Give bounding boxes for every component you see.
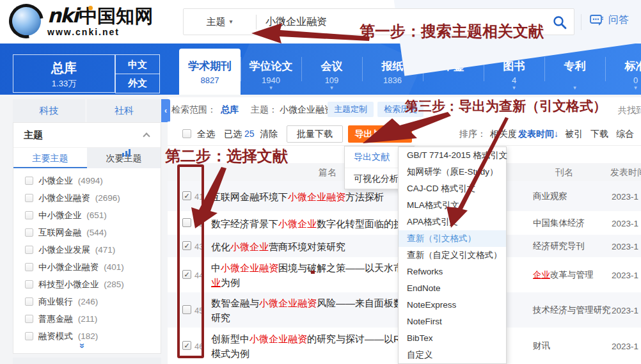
topic-label: 商业银行 xyxy=(38,297,73,306)
expand-more-icon[interactable]: » xyxy=(77,343,88,347)
sort-option-综合[interactable]: 综合 xyxy=(616,122,634,146)
citation-format-MLA格式引文[interactable]: MLA格式引文 xyxy=(399,197,506,214)
scope-value[interactable]: 总库 xyxy=(221,104,239,116)
nav-tab-学术期刊[interactable]: 学术期刊8827 xyxy=(179,49,241,95)
topic-checkbox[interactable] xyxy=(25,211,33,219)
scope-label: 检索范围： xyxy=(171,104,216,116)
text-segment: 财讯 xyxy=(533,341,550,351)
journal-name[interactable]: 企业改革与管理 xyxy=(533,269,594,281)
topic-checkbox[interactable] xyxy=(25,246,33,254)
total-library-label: 总库 xyxy=(13,59,115,77)
tab-chinese[interactable]: 中文 xyxy=(115,54,160,74)
topic-label: 小微企业发展 xyxy=(38,245,90,255)
citation-format-NoteFirst[interactable]: NoteFirst xyxy=(399,313,506,330)
topic-checkbox[interactable] xyxy=(25,177,33,185)
tab-sci-tech[interactable]: 科技 xyxy=(13,99,85,122)
journal-name[interactable]: 财讯 xyxy=(533,340,550,352)
row-checkbox[interactable] xyxy=(182,218,191,227)
topic-checkbox[interactable] xyxy=(25,297,33,306)
citation-format-NoteExpress[interactable]: NoteExpress xyxy=(399,297,506,313)
chart-icon[interactable] xyxy=(122,132,132,140)
export-analyze-button[interactable]: 导出与分析▾ xyxy=(348,125,412,143)
sort-option-被引[interactable]: 被引 xyxy=(565,122,583,146)
topic-checkbox[interactable] xyxy=(25,228,33,237)
citation-format-GB/T 7714-2015 格式引文[interactable]: GB/T 7714-2015 格式引文 xyxy=(399,147,506,164)
topic-checkbox[interactable] xyxy=(25,315,33,323)
topic-filter-item[interactable]: 科技型小微企业 (285) xyxy=(13,276,161,293)
journal-name[interactable]: 技术经济与管理研究 xyxy=(533,305,611,316)
topic-filter-item[interactable]: 互联网金融 (544) xyxy=(13,224,161,241)
chevron-down-icon: ▾ xyxy=(544,85,605,90)
topic-count: (285) xyxy=(102,280,124,289)
topic-filter-item[interactable]: 小微企业 (4994) xyxy=(13,172,161,189)
citation-format-查新（自定义引文格式）[interactable]: 查新（自定义引文格式） xyxy=(399,247,506,264)
nav-tab-标准[interactable]: 标准0▾ xyxy=(605,44,641,95)
topic-filter-item[interactable]: 融资模式 (182) xyxy=(13,328,161,345)
row-number: 46 xyxy=(194,341,203,351)
batch-download-button[interactable]: 批量下载 xyxy=(287,125,343,143)
sort-option-发表时间[interactable]: 发表时间↓ xyxy=(518,122,558,146)
text-segment: 改革与管理 xyxy=(550,270,594,280)
clear-selection-button[interactable]: 清除 xyxy=(260,122,278,146)
nav-tab-学位论文[interactable]: 学位论文1940▾ xyxy=(241,44,301,95)
nav-tab-会议[interactable]: 会议109▾ xyxy=(301,44,362,95)
topic-checkbox[interactable] xyxy=(25,280,33,289)
search-field-selector[interactable]: 主题▾ xyxy=(184,9,255,35)
tab-secondary-topics[interactable]: 次要主题 xyxy=(87,148,161,168)
topic-filter-item[interactable]: 商业银行 (246) xyxy=(13,293,161,310)
keyword-highlight: 小微企业 xyxy=(230,241,269,251)
text-segment: 经济研究导刊 xyxy=(533,241,585,251)
topic-checkbox[interactable] xyxy=(25,332,33,340)
sidebar-collapse-button[interactable]: ‹ xyxy=(161,99,170,122)
topic-filter-item[interactable]: 中小微企业 (651) xyxy=(13,207,161,224)
search-icon[interactable] xyxy=(552,15,567,30)
nav-tab-label: 专利 xyxy=(544,59,605,74)
text-segment: 数字经济背景下 xyxy=(211,218,278,228)
topic-filter-item[interactable]: 普惠金融 (211) xyxy=(13,310,161,328)
chevron-up-icon[interactable] xyxy=(143,132,150,139)
citation-format-BibTex[interactable]: BibTex xyxy=(399,330,506,347)
topic-filter-item[interactable]: 中小微企业融资 (401) xyxy=(13,258,161,276)
step3-annotation: 第三步：导出为查新（引文格式） xyxy=(405,97,606,115)
citation-format-APA格式引文[interactable]: APA格式引文 xyxy=(399,214,506,230)
sort-option-相关度[interactable]: 相关度 xyxy=(490,122,517,146)
row-checkbox[interactable]: ✓ xyxy=(182,341,191,350)
select-all-checkbox[interactable] xyxy=(182,129,191,138)
qa-button[interactable]: 问答 xyxy=(590,13,629,27)
citation-format-EndNote[interactable]: EndNote xyxy=(399,280,506,297)
row-checkbox[interactable]: ✓ xyxy=(182,270,191,279)
logo-text: nki中国知网 www.cnki.net xyxy=(47,5,153,37)
citation-format-CAJ-CD 格式引文[interactable]: CAJ-CD 格式引文 xyxy=(399,180,506,197)
column-title: 篇名 xyxy=(319,163,336,181)
step2-annotation: 第二步：选择文献 xyxy=(165,146,288,166)
text-segment: 中 xyxy=(211,262,221,273)
journal-name[interactable]: 中国集体经济 xyxy=(533,218,585,229)
nav-tab-count: 1940 xyxy=(241,75,301,85)
topic-count: (401) xyxy=(102,262,124,272)
citation-format-Refworks[interactable]: Refworks xyxy=(399,264,506,280)
journal-name[interactable]: 经济研究导刊 xyxy=(533,241,585,252)
tab-foreign[interactable]: 外文 xyxy=(115,74,160,93)
text-segment: 中国集体经济 xyxy=(533,218,585,228)
select-all-label[interactable]: 全选 xyxy=(197,122,215,146)
total-library-box[interactable]: 总库 1.33万 xyxy=(13,54,115,93)
sort-option-下载[interactable]: 下载 xyxy=(590,122,608,146)
row-checkbox[interactable] xyxy=(182,305,191,314)
menu-item-label: 导出文献 xyxy=(354,152,390,162)
row-checkbox[interactable]: ✓ xyxy=(182,191,191,200)
chevron-down-icon: ▾ xyxy=(301,85,362,90)
citation-format-自定义[interactable]: 自定义 xyxy=(399,347,506,363)
topic-customize-button[interactable]: 主题定制 xyxy=(328,102,374,117)
tab-social-science[interactable]: 社科 xyxy=(87,99,161,122)
citation-format-知网研学（原E-Study）[interactable]: 知网研学（原E-Study） xyxy=(399,164,506,180)
topic-filter-item[interactable]: 小微企业发展 (471) xyxy=(13,241,161,258)
topic-filter-item[interactable]: 小微企业融资 (2696) xyxy=(13,189,161,207)
topic-checkbox[interactable] xyxy=(25,263,33,271)
annotation-dot xyxy=(311,271,315,274)
tab-primary-topics[interactable]: 主要主题 xyxy=(13,148,87,168)
journal-name[interactable]: 商业观察 xyxy=(533,191,567,202)
cnki-logo[interactable]: nki中国知网 www.cnki.net xyxy=(12,5,153,37)
citation-format-查新（引文格式）[interactable]: 查新（引文格式） xyxy=(399,230,506,247)
row-checkbox[interactable]: ✓ xyxy=(182,241,191,250)
topic-checkbox[interactable] xyxy=(25,194,33,202)
